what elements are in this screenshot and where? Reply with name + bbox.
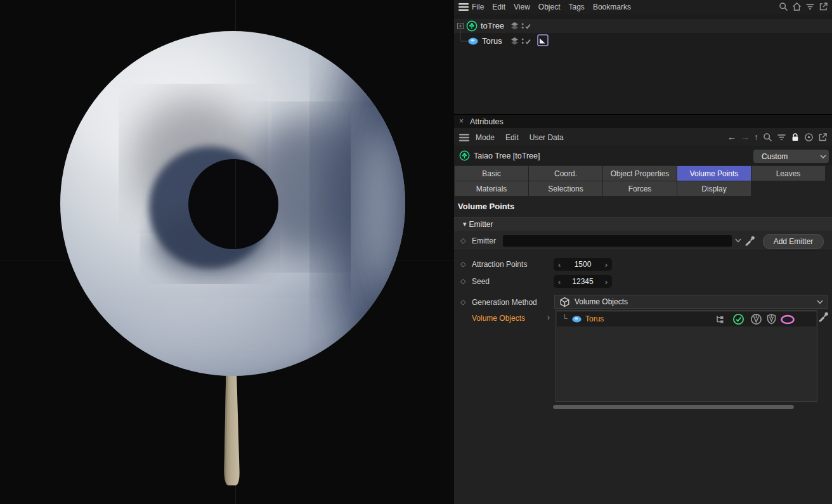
attributes-toolbar: ← → ↑ xyxy=(727,132,828,142)
search-icon[interactable] xyxy=(779,2,788,11)
decrement-icon[interactable]: ‹ xyxy=(558,261,561,269)
selected-object-title: Taiao Tree [toTree] xyxy=(474,152,540,160)
attributes-object-row: Taiao Tree [toTree] Custom xyxy=(454,147,832,165)
attribute-tabs: Basic Coord. Object Properties Volume Po… xyxy=(455,166,825,196)
hierarchy-mode-icon[interactable] xyxy=(715,314,725,324)
object-manager-menubar: File Edit View Object Tags Bookmarks xyxy=(454,0,832,14)
menu-item-edit[interactable]: Edit xyxy=(505,133,519,142)
menu-item-mode[interactable]: Mode xyxy=(476,133,495,142)
attributes-titlebar: × Attributes xyxy=(454,114,832,128)
layers-icon[interactable] xyxy=(510,22,519,30)
menu-item-view[interactable]: View xyxy=(514,3,530,11)
panel-title: Attributes xyxy=(470,117,504,126)
close-icon[interactable]: × xyxy=(459,117,464,126)
horizontal-scrollbar[interactable] xyxy=(553,405,794,409)
forward-icon[interactable]: → xyxy=(741,132,750,142)
seed-label: Seed xyxy=(472,277,490,286)
generation-method-value: Volume Objects xyxy=(575,297,817,306)
attraction-points-stepper: ‹ 1500 › xyxy=(554,258,612,271)
eyedropper-icon[interactable] xyxy=(744,235,755,247)
up-icon[interactable]: ↑ xyxy=(754,132,758,142)
tab-coord[interactable]: Coord. xyxy=(529,166,602,181)
attraction-points-value[interactable]: 1500 xyxy=(575,260,592,269)
tab-materials[interactable]: Materials xyxy=(455,181,528,196)
tree-row-torus[interactable]: Torus xyxy=(454,34,832,48)
chevron-down-icon[interactable] xyxy=(735,238,741,243)
branch-icon: └ xyxy=(562,314,568,323)
tab-spacer xyxy=(751,181,825,196)
tab-leaves[interactable]: Leaves xyxy=(751,166,825,181)
home-icon[interactable] xyxy=(792,2,802,11)
menu-item-tags[interactable]: Tags xyxy=(569,3,585,11)
volume-cube-icon xyxy=(559,297,570,307)
seed-row: ◇ Seed ‹ 12345 › xyxy=(454,273,832,290)
lock-icon[interactable] xyxy=(791,132,800,142)
chevron-down-icon xyxy=(817,150,829,163)
eyedropper-icon[interactable] xyxy=(818,311,829,323)
volume-objects-item-torus[interactable]: └ Torus xyxy=(557,312,816,326)
attraction-points-label: Attraction Points xyxy=(472,260,527,269)
emitter-link-field[interactable] xyxy=(502,235,732,247)
hamburger-menu-icon[interactable] xyxy=(458,3,469,11)
preset-dropdown[interactable]: Custom xyxy=(753,150,829,163)
emitter-group-title: Emitter xyxy=(469,220,493,229)
enabled-check-icon[interactable] xyxy=(732,313,744,325)
menu-item-object[interactable]: Object xyxy=(538,3,561,11)
parameter-diamond-icon: ◇ xyxy=(460,236,465,245)
layers-icon[interactable] xyxy=(510,37,519,46)
phong-tag-icon[interactable] xyxy=(537,34,549,46)
search-icon[interactable] xyxy=(763,132,772,142)
decrement-icon[interactable]: ‹ xyxy=(558,278,561,286)
preset-dropdown-value: Custom xyxy=(753,152,817,161)
attributes-menubar: Mode Edit User Data ← → ↑ xyxy=(454,128,832,147)
tab-selections[interactable]: Selections xyxy=(529,181,602,196)
increment-icon[interactable]: › xyxy=(605,278,608,286)
open-external-icon[interactable] xyxy=(818,132,828,142)
menu-item-file[interactable]: File xyxy=(472,3,484,11)
parameter-diamond-icon: ◇ xyxy=(460,260,465,268)
right-panel: File Edit View Object Tags Bookmarks xyxy=(454,0,832,504)
hamburger-menu-icon[interactable] xyxy=(459,133,469,142)
application-window: File Edit View Object Tags Bookmarks xyxy=(0,0,832,504)
seed-value[interactable]: 12345 xyxy=(572,277,593,286)
filter-icon[interactable] xyxy=(805,2,815,11)
object-name-torus: Torus xyxy=(482,36,502,46)
tab-volume-points[interactable]: Volume Points xyxy=(677,166,751,181)
volume-objects-list[interactable]: └ Torus xyxy=(556,310,817,402)
object-manager-toolbar xyxy=(779,2,828,11)
visibility-dots-check-icon[interactable] xyxy=(521,22,531,30)
volume-object-name: Torus xyxy=(585,314,604,323)
filter-icon[interactable] xyxy=(777,132,786,142)
volume-objects-label[interactable]: Volume Objects xyxy=(472,314,525,323)
parameter-diamond-icon: ◇ xyxy=(460,298,465,306)
torus-object-icon xyxy=(467,36,479,46)
tree-row-totree[interactable]: toTree xyxy=(454,19,832,33)
group-collapse-icon: ▾ xyxy=(463,220,467,228)
menu-item-bookmarks[interactable]: Bookmarks xyxy=(593,3,631,11)
menu-item-user-data[interactable]: User Data xyxy=(530,133,564,142)
sub-chevron-icon: › xyxy=(547,313,550,322)
generation-method-dropdown[interactable]: Volume Objects xyxy=(554,295,828,309)
mesh-mode-circle-icon[interactable] xyxy=(750,313,762,325)
add-emitter-button[interactable]: Add Emitter xyxy=(763,234,824,249)
open-external-icon[interactable] xyxy=(819,2,828,11)
menu-item-edit[interactable]: Edit xyxy=(492,3,505,11)
chevron-down-icon xyxy=(817,300,823,304)
tab-forces[interactable]: Forces xyxy=(603,181,677,196)
tab-display[interactable]: Display xyxy=(677,181,751,196)
object-manager-menu: File Edit View Object Tags Bookmarks xyxy=(472,0,631,14)
emitter-label: Emitter xyxy=(472,236,496,245)
tree-generator-icon xyxy=(459,150,470,161)
attributes-menu: Mode Edit User Data xyxy=(476,128,564,147)
increment-icon[interactable]: › xyxy=(605,261,608,269)
emitter-group-header[interactable]: ▾ Emitter xyxy=(454,217,832,231)
back-icon[interactable]: ← xyxy=(727,132,736,142)
tab-object-properties[interactable]: Object Properties xyxy=(603,166,677,181)
target-icon[interactable] xyxy=(804,132,814,142)
viewport-3d[interactable] xyxy=(0,0,454,504)
falloff-ellipse-icon[interactable] xyxy=(780,314,795,325)
object-manager-tree: toTree Torus xyxy=(454,14,832,114)
visibility-dots-check-icon[interactable] xyxy=(521,37,531,46)
tab-basic[interactable]: Basic xyxy=(455,166,528,181)
shield-mode-icon[interactable] xyxy=(765,313,777,325)
